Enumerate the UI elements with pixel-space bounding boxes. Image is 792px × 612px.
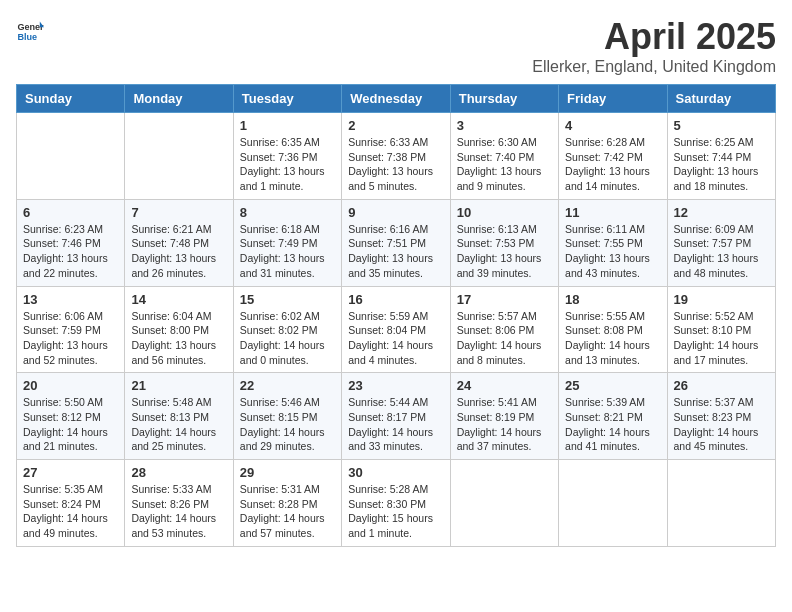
day-number: 10 bbox=[457, 205, 552, 220]
day-info: Sunrise: 6:18 AM Sunset: 7:49 PM Dayligh… bbox=[240, 222, 335, 281]
day-info: Sunrise: 5:48 AM Sunset: 8:13 PM Dayligh… bbox=[131, 395, 226, 454]
day-number: 27 bbox=[23, 465, 118, 480]
calendar-cell: 20Sunrise: 5:50 AM Sunset: 8:12 PM Dayli… bbox=[17, 373, 125, 460]
calendar-cell: 2Sunrise: 6:33 AM Sunset: 7:38 PM Daylig… bbox=[342, 113, 450, 200]
calendar-header-row: SundayMondayTuesdayWednesdayThursdayFrid… bbox=[17, 85, 776, 113]
day-info: Sunrise: 5:41 AM Sunset: 8:19 PM Dayligh… bbox=[457, 395, 552, 454]
day-of-week-header: Tuesday bbox=[233, 85, 341, 113]
day-number: 23 bbox=[348, 378, 443, 393]
calendar-cell: 9Sunrise: 6:16 AM Sunset: 7:51 PM Daylig… bbox=[342, 199, 450, 286]
day-number: 14 bbox=[131, 292, 226, 307]
calendar-week-row: 27Sunrise: 5:35 AM Sunset: 8:24 PM Dayli… bbox=[17, 460, 776, 547]
day-number: 6 bbox=[23, 205, 118, 220]
calendar-cell: 19Sunrise: 5:52 AM Sunset: 8:10 PM Dayli… bbox=[667, 286, 775, 373]
day-number: 12 bbox=[674, 205, 769, 220]
day-number: 13 bbox=[23, 292, 118, 307]
calendar-cell: 25Sunrise: 5:39 AM Sunset: 8:21 PM Dayli… bbox=[559, 373, 667, 460]
day-info: Sunrise: 5:59 AM Sunset: 8:04 PM Dayligh… bbox=[348, 309, 443, 368]
day-info: Sunrise: 5:52 AM Sunset: 8:10 PM Dayligh… bbox=[674, 309, 769, 368]
day-info: Sunrise: 6:30 AM Sunset: 7:40 PM Dayligh… bbox=[457, 135, 552, 194]
calendar-cell: 21Sunrise: 5:48 AM Sunset: 8:13 PM Dayli… bbox=[125, 373, 233, 460]
calendar-cell bbox=[667, 460, 775, 547]
day-number: 21 bbox=[131, 378, 226, 393]
calendar-week-row: 20Sunrise: 5:50 AM Sunset: 8:12 PM Dayli… bbox=[17, 373, 776, 460]
day-number: 2 bbox=[348, 118, 443, 133]
day-number: 28 bbox=[131, 465, 226, 480]
calendar-cell: 8Sunrise: 6:18 AM Sunset: 7:49 PM Daylig… bbox=[233, 199, 341, 286]
day-info: Sunrise: 5:35 AM Sunset: 8:24 PM Dayligh… bbox=[23, 482, 118, 541]
day-number: 24 bbox=[457, 378, 552, 393]
calendar-week-row: 6Sunrise: 6:23 AM Sunset: 7:46 PM Daylig… bbox=[17, 199, 776, 286]
day-number: 18 bbox=[565, 292, 660, 307]
calendar-cell: 7Sunrise: 6:21 AM Sunset: 7:48 PM Daylig… bbox=[125, 199, 233, 286]
calendar-cell bbox=[125, 113, 233, 200]
calendar-cell: 10Sunrise: 6:13 AM Sunset: 7:53 PM Dayli… bbox=[450, 199, 558, 286]
day-info: Sunrise: 6:13 AM Sunset: 7:53 PM Dayligh… bbox=[457, 222, 552, 281]
calendar-cell: 16Sunrise: 5:59 AM Sunset: 8:04 PM Dayli… bbox=[342, 286, 450, 373]
day-info: Sunrise: 6:21 AM Sunset: 7:48 PM Dayligh… bbox=[131, 222, 226, 281]
calendar-cell: 12Sunrise: 6:09 AM Sunset: 7:57 PM Dayli… bbox=[667, 199, 775, 286]
day-number: 17 bbox=[457, 292, 552, 307]
month-title: April 2025 bbox=[532, 16, 776, 58]
day-info: Sunrise: 6:33 AM Sunset: 7:38 PM Dayligh… bbox=[348, 135, 443, 194]
day-number: 3 bbox=[457, 118, 552, 133]
day-number: 7 bbox=[131, 205, 226, 220]
calendar-cell: 3Sunrise: 6:30 AM Sunset: 7:40 PM Daylig… bbox=[450, 113, 558, 200]
day-number: 1 bbox=[240, 118, 335, 133]
day-number: 4 bbox=[565, 118, 660, 133]
svg-text:Blue: Blue bbox=[17, 32, 37, 42]
day-of-week-header: Thursday bbox=[450, 85, 558, 113]
calendar-cell: 18Sunrise: 5:55 AM Sunset: 8:08 PM Dayli… bbox=[559, 286, 667, 373]
day-info: Sunrise: 5:55 AM Sunset: 8:08 PM Dayligh… bbox=[565, 309, 660, 368]
day-of-week-header: Wednesday bbox=[342, 85, 450, 113]
day-number: 8 bbox=[240, 205, 335, 220]
logo: General Blue bbox=[16, 16, 44, 44]
calendar-cell bbox=[17, 113, 125, 200]
day-info: Sunrise: 5:44 AM Sunset: 8:17 PM Dayligh… bbox=[348, 395, 443, 454]
calendar-cell: 24Sunrise: 5:41 AM Sunset: 8:19 PM Dayli… bbox=[450, 373, 558, 460]
calendar-cell: 14Sunrise: 6:04 AM Sunset: 8:00 PM Dayli… bbox=[125, 286, 233, 373]
calendar-cell: 22Sunrise: 5:46 AM Sunset: 8:15 PM Dayli… bbox=[233, 373, 341, 460]
calendar-cell bbox=[559, 460, 667, 547]
day-of-week-header: Sunday bbox=[17, 85, 125, 113]
day-info: Sunrise: 6:02 AM Sunset: 8:02 PM Dayligh… bbox=[240, 309, 335, 368]
location-title: Ellerker, England, United Kingdom bbox=[532, 58, 776, 76]
day-info: Sunrise: 6:09 AM Sunset: 7:57 PM Dayligh… bbox=[674, 222, 769, 281]
calendar-cell: 5Sunrise: 6:25 AM Sunset: 7:44 PM Daylig… bbox=[667, 113, 775, 200]
day-info: Sunrise: 6:25 AM Sunset: 7:44 PM Dayligh… bbox=[674, 135, 769, 194]
header: General Blue April 2025 Ellerker, Englan… bbox=[16, 16, 776, 76]
calendar-cell: 4Sunrise: 6:28 AM Sunset: 7:42 PM Daylig… bbox=[559, 113, 667, 200]
logo-icon: General Blue bbox=[16, 16, 44, 44]
calendar-week-row: 1Sunrise: 6:35 AM Sunset: 7:36 PM Daylig… bbox=[17, 113, 776, 200]
day-number: 25 bbox=[565, 378, 660, 393]
day-info: Sunrise: 5:57 AM Sunset: 8:06 PM Dayligh… bbox=[457, 309, 552, 368]
day-info: Sunrise: 5:50 AM Sunset: 8:12 PM Dayligh… bbox=[23, 395, 118, 454]
day-number: 16 bbox=[348, 292, 443, 307]
day-info: Sunrise: 6:16 AM Sunset: 7:51 PM Dayligh… bbox=[348, 222, 443, 281]
day-info: Sunrise: 5:46 AM Sunset: 8:15 PM Dayligh… bbox=[240, 395, 335, 454]
day-number: 22 bbox=[240, 378, 335, 393]
calendar-cell: 30Sunrise: 5:28 AM Sunset: 8:30 PM Dayli… bbox=[342, 460, 450, 547]
day-info: Sunrise: 5:31 AM Sunset: 8:28 PM Dayligh… bbox=[240, 482, 335, 541]
calendar-cell: 27Sunrise: 5:35 AM Sunset: 8:24 PM Dayli… bbox=[17, 460, 125, 547]
day-number: 26 bbox=[674, 378, 769, 393]
day-of-week-header: Friday bbox=[559, 85, 667, 113]
day-info: Sunrise: 6:23 AM Sunset: 7:46 PM Dayligh… bbox=[23, 222, 118, 281]
calendar-cell bbox=[450, 460, 558, 547]
day-info: Sunrise: 6:28 AM Sunset: 7:42 PM Dayligh… bbox=[565, 135, 660, 194]
day-info: Sunrise: 6:04 AM Sunset: 8:00 PM Dayligh… bbox=[131, 309, 226, 368]
calendar-table: SundayMondayTuesdayWednesdayThursdayFrid… bbox=[16, 84, 776, 547]
calendar-cell: 17Sunrise: 5:57 AM Sunset: 8:06 PM Dayli… bbox=[450, 286, 558, 373]
day-info: Sunrise: 5:28 AM Sunset: 8:30 PM Dayligh… bbox=[348, 482, 443, 541]
day-info: Sunrise: 5:39 AM Sunset: 8:21 PM Dayligh… bbox=[565, 395, 660, 454]
day-number: 19 bbox=[674, 292, 769, 307]
calendar-cell: 28Sunrise: 5:33 AM Sunset: 8:26 PM Dayli… bbox=[125, 460, 233, 547]
calendar-cell: 1Sunrise: 6:35 AM Sunset: 7:36 PM Daylig… bbox=[233, 113, 341, 200]
calendar-cell: 29Sunrise: 5:31 AM Sunset: 8:28 PM Dayli… bbox=[233, 460, 341, 547]
calendar-cell: 26Sunrise: 5:37 AM Sunset: 8:23 PM Dayli… bbox=[667, 373, 775, 460]
day-number: 30 bbox=[348, 465, 443, 480]
day-number: 9 bbox=[348, 205, 443, 220]
calendar-cell: 13Sunrise: 6:06 AM Sunset: 7:59 PM Dayli… bbox=[17, 286, 125, 373]
calendar-cell: 23Sunrise: 5:44 AM Sunset: 8:17 PM Dayli… bbox=[342, 373, 450, 460]
calendar-cell: 11Sunrise: 6:11 AM Sunset: 7:55 PM Dayli… bbox=[559, 199, 667, 286]
